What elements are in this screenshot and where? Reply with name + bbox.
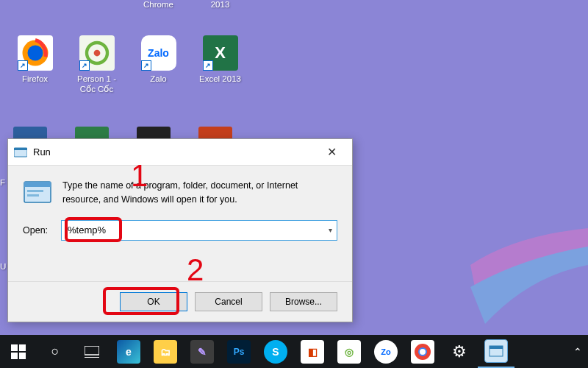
hidden-icon [13, 127, 47, 138]
icon-label: Zalo [131, 74, 186, 84]
shortcut-arrow-icon: ↗ [79, 60, 90, 71]
svg-rect-14 [85, 346, 99, 355]
desktop-icon-firefox[interactable]: ↗ Firefox [7, 35, 62, 84]
svg-rect-7 [24, 182, 51, 187]
svg-rect-20 [490, 346, 503, 349]
start-button[interactable] [0, 335, 37, 368]
svg-rect-9 [27, 194, 39, 197]
hidden-icon [137, 127, 171, 138]
svg-rect-12 [11, 353, 18, 359]
open-combobox[interactable]: %temp% ▾ [61, 220, 337, 241]
close-icon: ✕ [327, 145, 337, 159]
wallpaper-decoration [470, 206, 588, 324]
chevron-down-icon[interactable]: ▾ [329, 226, 332, 234]
open-label: Open: [23, 225, 54, 236]
taskbar-app-skype[interactable]: S [257, 335, 294, 368]
icon-label: Excel 2013 [193, 74, 248, 84]
task-view-icon [85, 346, 99, 358]
hidden-icon [198, 127, 232, 138]
search-icon: ○ [51, 344, 60, 359]
shortcut-arrow-icon: ↗ [18, 60, 28, 71]
svg-point-3 [93, 50, 100, 57]
taskbar-tray[interactable]: ⌃ [567, 335, 588, 368]
taskbar-app-feather[interactable]: ✎ [184, 335, 220, 368]
svg-rect-10 [11, 344, 18, 351]
desktop-icon-coccoc[interactable]: ↗ Person 1 - Cốc Cốc [69, 35, 124, 95]
gear-icon: ⚙ [452, 342, 467, 361]
icon-label-2013: 2013 [193, 0, 248, 9]
taskbar-app-zalo[interactable]: Zo [368, 335, 404, 368]
button-row: OK Cancel Browse... [8, 281, 352, 322]
svg-rect-8 [27, 190, 43, 192]
partial-label: F [0, 178, 5, 187]
ok-button[interactable]: OK [120, 292, 187, 311]
feather-icon: ✎ [198, 346, 207, 358]
run-dialog: Run ✕ Type the name of a program, folder… [7, 138, 353, 322]
taskbar-app-chrome[interactable] [404, 335, 441, 368]
hidden-icon [75, 127, 109, 138]
dialog-body: Type the name of a program, folder, docu… [8, 166, 352, 241]
taskbar-app-settings[interactable]: ⚙ [441, 335, 478, 368]
run-icon [489, 345, 503, 357]
taskbar-app-edge[interactable]: e [110, 335, 147, 368]
open-value: %temp% [68, 224, 106, 236]
skype-icon: S [272, 346, 279, 358]
desktop-icon-zalo[interactable]: Zalo ↗ Zalo [131, 35, 186, 84]
shortcut-arrow-icon: ↗ [203, 60, 213, 71]
svg-rect-13 [19, 353, 26, 359]
instruction-text: Type the name of a program, folder, docu… [62, 179, 337, 207]
excel-icon: X [215, 43, 226, 63]
search-button[interactable]: ○ [37, 335, 74, 368]
desktop-icon-excel[interactable]: X ↗ Excel 2013 [193, 35, 248, 84]
cancel-button[interactable]: Cancel [195, 292, 262, 311]
icon-label-chrome: Chrome [131, 0, 186, 9]
office-icon: ◧ [308, 346, 318, 358]
taskbar-app-run[interactable] [478, 335, 514, 368]
taskbar-app-office[interactable]: ◧ [294, 335, 331, 368]
svg-rect-5 [14, 148, 27, 150]
edge-icon: e [126, 346, 132, 358]
taskbar-app-photoshop[interactable]: Ps [220, 335, 257, 368]
run-dialog-icon [23, 179, 52, 205]
run-title-icon [14, 146, 27, 158]
taskbar-app-coccoc[interactable]: ◎ [331, 335, 368, 368]
browse-button[interactable]: Browse... [270, 292, 337, 311]
shortcut-arrow-icon: ↗ [141, 60, 151, 71]
task-view-button[interactable] [74, 335, 110, 368]
partial-label: U [0, 262, 6, 271]
svg-rect-11 [19, 344, 26, 351]
icon-label: Firefox [7, 74, 62, 84]
tray-chevron-icon[interactable]: ⌃ [567, 346, 588, 358]
photoshop-icon: Ps [234, 347, 245, 357]
coccoc-icon: ◎ [345, 346, 354, 358]
zalo-icon: Zalo [148, 47, 169, 59]
svg-point-18 [420, 349, 426, 355]
window-title: Run [33, 146, 317, 158]
chrome-icon [414, 343, 431, 361]
zalo-icon: Zo [381, 347, 390, 356]
taskbar: ○ e 🗂 ✎ Ps S ◧ ◎ Zo ⚙ ⌃ [0, 335, 588, 368]
windows-icon [11, 344, 26, 359]
taskbar-app-explorer[interactable]: 🗂 [147, 335, 184, 368]
folder-icon: 🗂 [160, 346, 171, 358]
icon-label: Person 1 - Cốc Cốc [69, 74, 124, 95]
close-button[interactable]: ✕ [317, 142, 346, 163]
svg-point-1 [27, 46, 43, 61]
titlebar[interactable]: Run ✕ [8, 139, 352, 166]
